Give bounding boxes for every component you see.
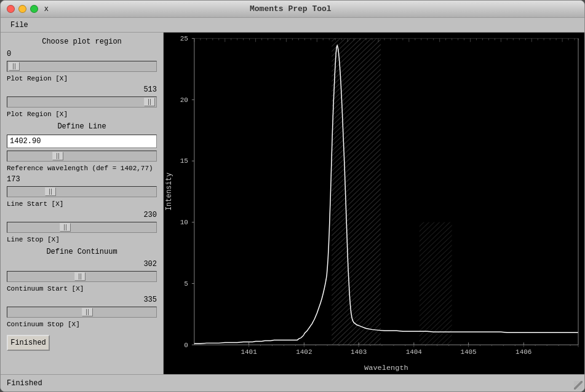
- continuum-stop-label: Continuum Stop [X]: [7, 321, 157, 328]
- line-start-label: Line Start [X]: [7, 200, 157, 208]
- svg-text:Wavelength: Wavelength: [364, 364, 408, 373]
- plot-region-title: Choose plot region: [7, 37, 157, 46]
- svg-rect-127: [332, 39, 381, 345]
- left-panel: Choose plot region 0 Plot Region [X] 513…: [1, 33, 164, 374]
- main-window: X Moments Prep Tool File Choose plot reg…: [0, 0, 585, 392]
- plot-x-label: Plot Region [X]: [7, 75, 157, 82]
- define-continuum-title: Define Continuum: [7, 248, 157, 256]
- continuum-stop-thumb[interactable]: [82, 308, 93, 316]
- plot-x-label2: Plot Region [X]: [7, 111, 157, 118]
- svg-text:5: 5: [184, 280, 188, 288]
- continuum-start-slider[interactable]: [7, 271, 157, 282]
- define-line-title: Define Line: [7, 122, 157, 131]
- line-start-slider[interactable]: [7, 186, 157, 197]
- status-bar: Finished: [1, 374, 584, 391]
- spectrum-chart: 0 5 10 15 20 25: [164, 33, 584, 374]
- reference-wavelength-input[interactable]: [7, 135, 157, 148]
- reference-wavelength-thumb[interactable]: [52, 152, 63, 160]
- plot-region-max-slider[interactable]: [7, 96, 157, 108]
- plot-x-min-value: 0: [7, 50, 157, 58]
- svg-text:15: 15: [180, 157, 188, 165]
- svg-text:10: 10: [180, 219, 188, 227]
- svg-text:1405: 1405: [460, 348, 476, 356]
- svg-text:1402: 1402: [296, 348, 312, 356]
- svg-text:20: 20: [180, 96, 188, 104]
- svg-text:1404: 1404: [406, 348, 422, 356]
- reference-wavelength-slider[interactable]: [7, 151, 157, 162]
- svg-text:Intensity: Intensity: [165, 173, 173, 211]
- svg-text:1401: 1401: [241, 348, 257, 356]
- svg-rect-128: [420, 222, 452, 345]
- finished-button[interactable]: Finished: [7, 335, 50, 351]
- line-stop-slider[interactable]: [7, 222, 157, 233]
- continuum-stop-slider[interactable]: [7, 307, 157, 318]
- line-stop-value: 230: [7, 211, 157, 219]
- continuum-start-value: 302: [7, 260, 157, 269]
- plot-region-max-thumb[interactable]: [144, 98, 155, 106]
- menu-bar: File: [1, 18, 584, 33]
- line-start-thumb[interactable]: [45, 187, 56, 196]
- continuum-stop-value: 335: [7, 296, 157, 304]
- plot-region-min-slider[interactable]: [7, 61, 157, 72]
- plot-x-max-value: 513: [7, 85, 157, 94]
- continuum-start-thumb[interactable]: [74, 272, 86, 281]
- line-start-value: 173: [7, 175, 157, 184]
- line-stop-label: Line Stop [X]: [7, 236, 157, 243]
- resize-handle[interactable]: [574, 381, 583, 390]
- file-menu[interactable]: File: [6, 20, 33, 31]
- continuum-start-label: Continuum Start [X]: [7, 285, 157, 292]
- chart-area: 0 5 10 15 20 25: [164, 33, 584, 374]
- window-title: Moments Prep Tool: [3, 4, 578, 14]
- svg-text:1403: 1403: [351, 348, 367, 356]
- reference-wavelength-label: Reference wavelength (def = 1402,77): [7, 165, 157, 172]
- svg-text:0: 0: [184, 342, 188, 349]
- svg-text:25: 25: [180, 36, 188, 43]
- status-text: Finished: [7, 379, 42, 388]
- main-content: Choose plot region 0 Plot Region [X] 513…: [1, 33, 584, 374]
- svg-text:1406: 1406: [515, 348, 531, 356]
- plot-region-min-thumb[interactable]: [9, 62, 20, 71]
- title-bar: X Moments Prep Tool: [1, 1, 584, 18]
- line-stop-thumb[interactable]: [60, 223, 71, 232]
